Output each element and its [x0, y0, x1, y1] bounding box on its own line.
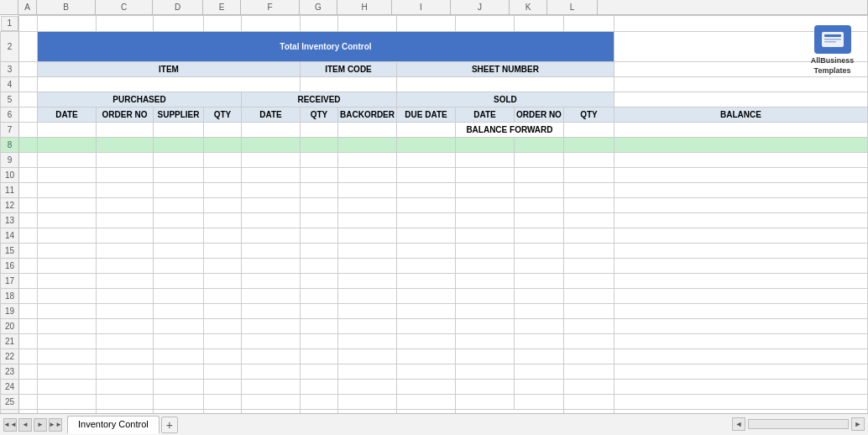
- received-backorder-header: BACKORDER: [338, 107, 397, 122]
- row-10: 10: [1, 167, 868, 182]
- purchased-orderno-header: ORDER NO: [97, 107, 154, 122]
- row-6-subheaders: 6 DATE ORDER NO SUPPLIER QTY DATE QTY BA…: [1, 107, 868, 122]
- purchased-supplier-header: SUPPLIER: [154, 107, 204, 122]
- row-5-sections: 5 PURCHASED RECEIVED SOLD: [1, 92, 868, 107]
- logo-icon: [814, 25, 851, 54]
- add-sheet-button[interactable]: +: [161, 417, 178, 433]
- logo-text: AllBusiness Templates: [811, 56, 855, 76]
- item-code-label: ITEM CODE: [301, 61, 397, 76]
- nav-last[interactable]: ►►: [49, 418, 62, 432]
- row-16: 16: [1, 258, 868, 273]
- row-15: 15: [1, 243, 868, 258]
- col-header-d: D: [153, 0, 203, 14]
- nav-next[interactable]: ►: [34, 418, 47, 432]
- col-header-c: C: [96, 0, 153, 14]
- col-header-b: B: [37, 0, 96, 14]
- balance-forward-cell: BALANCE FORWARD: [456, 122, 564, 137]
- title-cell: Total Inventory Control: [38, 31, 614, 61]
- sold-orderno-header: ORDER NO: [515, 107, 564, 122]
- column-headers: A B C D E F G H I J K L: [0, 0, 868, 15]
- scroll-left-button[interactable]: ◄: [732, 417, 745, 431]
- row-17: 17: [1, 273, 868, 288]
- col-header-e: E: [203, 0, 241, 14]
- purchased-qty-header: QTY: [204, 107, 242, 122]
- purchased-date-header: DATE: [38, 107, 97, 122]
- row-21: 21: [1, 333, 868, 349]
- inventory-control-tab[interactable]: Inventory Control: [67, 416, 159, 434]
- col-header-a: A: [18, 0, 37, 14]
- row-12: 12: [1, 197, 868, 212]
- col-header-l: L: [547, 0, 598, 14]
- row-25: 25: [1, 394, 868, 409]
- col-header-f: F: [241, 0, 300, 14]
- scroll-right-button[interactable]: ►: [851, 417, 865, 431]
- sold-balance-header: BALANCE: [614, 107, 867, 122]
- sold-qty-header: QTY: [563, 107, 614, 122]
- row-18: 18: [1, 288, 868, 303]
- svg-rect-3: [824, 41, 836, 43]
- row-24: 24: [1, 379, 868, 394]
- nav-prev[interactable]: ◄: [18, 418, 32, 432]
- row-2-title: 2 Total Inventory Control: [1, 31, 868, 61]
- nav-arrows: ◄◄ ◄ ► ►►: [3, 418, 62, 432]
- svg-rect-1: [824, 34, 841, 37]
- sold-duedate-header: DUE DATE: [397, 107, 456, 122]
- row-14: 14: [1, 228, 868, 243]
- row-13: 13: [1, 212, 868, 228]
- corner-cell: [0, 0, 18, 14]
- svg-rect-2: [824, 39, 841, 40]
- sold-date-header: DATE: [456, 107, 515, 122]
- nav-first[interactable]: ◄◄: [3, 418, 17, 432]
- horizontal-scrollbar[interactable]: [748, 419, 849, 429]
- col-header-k: K: [510, 0, 547, 14]
- row-8: 8: [1, 137, 868, 152]
- received-qty-header: QTY: [301, 107, 338, 122]
- row-1: 1: [1, 16, 868, 32]
- col-header-i: I: [392, 0, 451, 14]
- sold-header: SOLD: [397, 92, 614, 107]
- col-header-j: J: [451, 0, 510, 14]
- item-label: ITEM: [38, 61, 301, 76]
- spreadsheet: A B C D E F G H I J K L: [0, 0, 868, 435]
- scroll-controls: ◄ ►: [732, 413, 868, 435]
- row-20: 20: [1, 318, 868, 333]
- purchased-header: PURCHASED: [38, 92, 242, 107]
- row-19: 19: [1, 303, 868, 318]
- row-4: 4: [1, 76, 868, 92]
- logo-badge: AllBusiness Templates: [805, 25, 860, 76]
- spreadsheet-grid: 1 2: [0, 15, 868, 425]
- col-header-m: [598, 0, 868, 14]
- row-7-balance-forward: 7 BALANCE FORWARD: [1, 122, 868, 137]
- row-22: 22: [1, 349, 868, 364]
- col-header-h: H: [337, 0, 392, 14]
- row-11: 11: [1, 182, 868, 197]
- main-area: 1 2: [0, 15, 868, 435]
- sheet-number-label: SHEET NUMBER: [397, 61, 614, 76]
- received-header: RECEIVED: [242, 92, 397, 107]
- grid-area[interactable]: 1 2: [0, 15, 868, 435]
- row-23: 23: [1, 364, 868, 379]
- tab-bar: ◄◄ ◄ ► ►► Inventory Control + ◄ ►: [0, 413, 868, 435]
- row-3-item: 3 ITEM ITEM CODE SHEET NUMBER: [1, 61, 868, 76]
- received-date-header: DATE: [242, 107, 301, 122]
- col-header-g: G: [300, 0, 337, 14]
- row-9: 9: [1, 152, 868, 167]
- logo-svg: [820, 29, 845, 50]
